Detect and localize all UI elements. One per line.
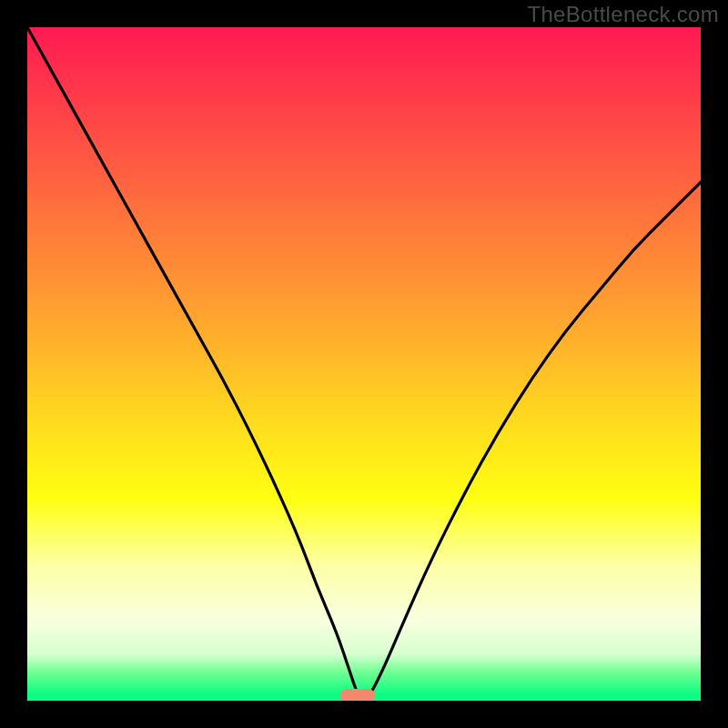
watermark-text: TheBottleneck.com	[527, 2, 719, 27]
chart-frame: TheBottleneck.com	[0, 0, 728, 728]
curve-svg	[27, 27, 701, 701]
bottleneck-curve	[27, 27, 701, 699]
plot-area	[27, 27, 701, 701]
optimal-point-marker	[340, 689, 375, 701]
